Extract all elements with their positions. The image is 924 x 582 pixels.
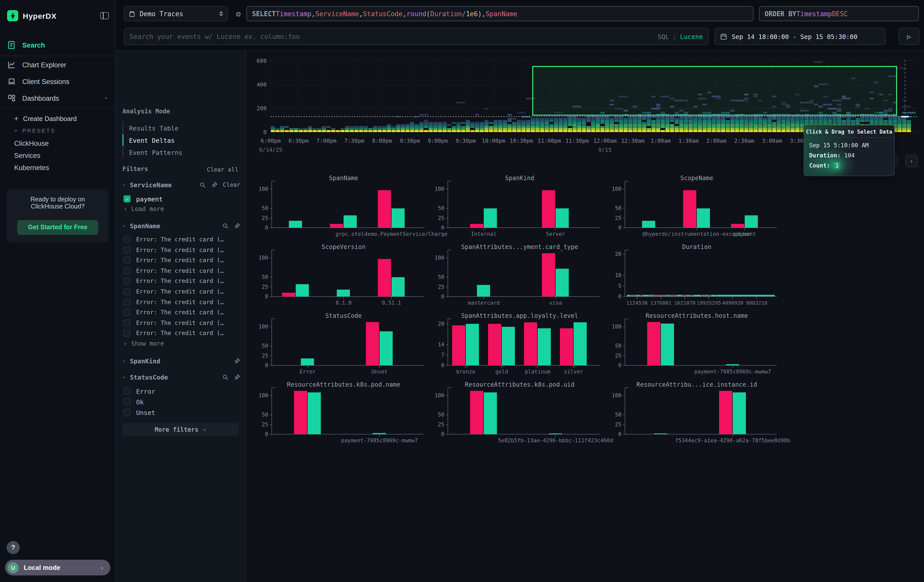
filter-option-row[interactable]: Error: The credit card (… <box>124 245 241 255</box>
bar-chart-scopename[interactable]: ScopeName02550100@hyperdx/instrumentatio… <box>607 175 789 241</box>
filter-option-row[interactable]: Error: The credit card (… <box>124 255 241 265</box>
filter-option-row[interactable]: Error: The credit card (… <box>124 328 241 338</box>
sql-toggle[interactable]: SQL <box>658 33 669 40</box>
filter-option-row[interactable]: Error: The credit card (… <box>124 287 241 297</box>
create-dashboard-button[interactable]: + Create Dashboard <box>14 114 77 122</box>
language-toggle: SQL | Lucene <box>658 33 703 40</box>
clear-filter-button[interactable]: Clear <box>223 181 240 188</box>
more-filters-button[interactable]: More filters › <box>122 423 239 436</box>
local-mode-menu[interactable]: U Local mode › <box>5 560 110 575</box>
clear-all-button[interactable]: Clear all <box>207 166 238 173</box>
checkbox-unchecked[interactable] <box>124 398 130 406</box>
checkbox-unchecked[interactable] <box>124 409 130 416</box>
sidebar-item-clickhouse[interactable]: ClickHouse <box>14 140 49 147</box>
sidebar-item-client-sessions[interactable]: Client Sessions <box>0 74 115 89</box>
checkbox-unchecked[interactable] <box>124 319 130 326</box>
bar-chart-resourceattributes-k8s-pod-name[interactable]: ResourceAttributes.k8s.pod.name02550100p… <box>254 382 436 447</box>
bar-chart-statuscode[interactable]: StatusCode02550100ErrorUnset <box>254 313 436 379</box>
checkbox-unchecked[interactable] <box>124 278 130 285</box>
search-input[interactable] <box>130 33 658 40</box>
sql-select-editor[interactable]: SELECT Timestamp, ServiceName, StatusCod… <box>246 6 754 21</box>
filter-option-row[interactable]: Error: The credit card (… <box>124 297 241 307</box>
mode-event-deltas[interactable]: Event Deltas <box>129 137 175 144</box>
run-query-button[interactable]: ▷ <box>899 28 919 45</box>
bar-chart-resourceattributes-k8s-pod-uid[interactable]: ResourceAttributes.k8s.pod.uid025501005e… <box>430 382 612 447</box>
heatmap-selection-box[interactable] <box>533 66 897 115</box>
filter-group-spanname[interactable]: › SpanName <box>122 221 240 230</box>
checkbox-unchecked[interactable] <box>124 267 130 274</box>
filter-option-row[interactable]: Error: The credit card (… <box>124 234 241 244</box>
checkbox-unchecked[interactable] <box>124 330 130 337</box>
checkbox-unchecked[interactable] <box>124 387 130 395</box>
filter-option-unset[interactable]: Unset <box>124 407 241 417</box>
lucene-toggle[interactable]: Lucene <box>680 33 703 40</box>
sidebar-item-chart-explorer[interactable]: Chart Explorer <box>0 57 115 73</box>
show-more-button[interactable]: › Show more <box>124 340 164 347</box>
bar-chart-spanattributes-yment-card-type[interactable]: SpanAttributes...yment.card_type02550100… <box>430 244 612 310</box>
search-icon[interactable] <box>222 223 229 229</box>
mode-results-table[interactable]: Results Table <box>129 125 179 132</box>
svg-text:600: 600 <box>257 58 267 64</box>
sidebar-item-kubernetes[interactable]: Kubernetes <box>14 164 49 171</box>
filter-option-row[interactable]: Error: The credit card (… <box>124 266 241 276</box>
pin-icon[interactable] <box>234 358 240 364</box>
lightning-bolt-icon <box>9 12 16 20</box>
checkbox-unchecked[interactable] <box>124 298 130 305</box>
pin-icon[interactable] <box>234 223 240 229</box>
gear-icon[interactable]: ⚙ <box>232 6 245 21</box>
filter-option-row[interactable]: Error: The credit card (… <box>124 318 241 328</box>
load-more-button[interactable]: › Load more <box>124 206 164 213</box>
sidebar-item-services[interactable]: Services <box>14 152 40 160</box>
chevron-up-icon: › <box>102 96 110 100</box>
sidebar-collapse-icon[interactable] <box>100 12 109 19</box>
filter-option-error[interactable]: Error <box>124 386 241 396</box>
checkbox-unchecked[interactable] <box>124 246 130 253</box>
bar-chart-spankind[interactable]: SpanKind02550100InternalServer <box>430 175 612 241</box>
get-started-button[interactable]: Get Started for Free <box>17 220 98 235</box>
search-icon[interactable] <box>222 374 229 380</box>
bar-chart-resourceattributes-host-name[interactable]: ResourceAttributes.host.name02550100paym… <box>607 313 789 379</box>
hyperdx-logo-icon[interactable] <box>7 10 18 21</box>
filter-option-ok[interactable]: Ok <box>124 397 241 407</box>
filter-option-payment[interactable]: ✓ payment <box>124 194 241 204</box>
search-icon[interactable] <box>200 181 206 188</box>
filter-option-label: Error: The credit card (… <box>136 309 224 316</box>
sidebar-item-dashboards[interactable]: Dashboards › <box>0 91 115 106</box>
mode-event-patterns[interactable]: Event Patterns <box>129 149 182 157</box>
svg-text:Error: Error <box>300 369 315 375</box>
order-by-editor[interactable]: ORDER BY Timestamp DESC <box>759 6 919 21</box>
filter-option-row[interactable]: Error: The credit card (… <box>124 307 241 317</box>
bar-chart-resourceattribu-ice-instance-id[interactable]: ResourceAttribu...ice.instance.id0255010… <box>607 382 789 447</box>
svg-text:10:00pm: 10:00pm <box>482 138 505 144</box>
filter-group-spankind[interactable]: › SpanKind <box>122 356 240 365</box>
bar-green <box>654 434 667 434</box>
checkbox-unchecked[interactable] <box>124 236 130 243</box>
help-button[interactable]: ? <box>7 541 20 554</box>
bar-chart-spanname[interactable]: SpanName02550100grpc.oteldemo.PaymentSer… <box>254 175 436 241</box>
filter-group-servicename[interactable]: › ServiceName Clear <box>122 180 240 189</box>
filter-option-row[interactable]: Error: The credit card (… <box>124 276 241 286</box>
bar-chart-duration[interactable]: Duration05102011245381376801162107019935… <box>607 244 789 310</box>
sql-token: , <box>312 10 315 18</box>
filter-option-label: Error: The credit card (… <box>136 246 224 253</box>
pin-icon[interactable] <box>234 374 240 380</box>
data-source-select[interactable]: Demo Traces <box>124 6 228 21</box>
bar-chart-spanattributes-app-loyalty-level[interactable]: SpanAttributes.app.loyalty.level071428br… <box>430 313 612 379</box>
presets-toggle[interactable]: › PRESETS <box>14 127 55 134</box>
checkbox-unchecked[interactable] <box>124 288 130 295</box>
time-range-picker[interactable]: Sep 14 18:00:00 - Sep 15 05:30:00 <box>714 28 886 45</box>
checkbox-checked[interactable]: ✓ <box>124 195 130 203</box>
sidebar-item-search[interactable]: Search <box>0 38 115 53</box>
chart-line-icon <box>7 60 16 69</box>
divider <box>0 107 115 108</box>
bar-chart-scopeversion[interactable]: ScopeVersion025501000.1.00.51.1 <box>254 244 436 310</box>
pin-icon[interactable] <box>211 181 218 188</box>
svg-text:gold: gold <box>495 369 508 375</box>
create-dashboard-label: Create Dashboard <box>23 115 77 122</box>
checkbox-unchecked[interactable] <box>124 309 130 316</box>
filter-group-statuscode[interactable]: › StatusCode <box>122 373 240 382</box>
load-more-label: Load more <box>131 206 164 213</box>
next-page-button[interactable]: › <box>905 155 917 167</box>
checkbox-unchecked[interactable] <box>124 257 130 264</box>
filter-group-icons: Clear <box>200 181 240 188</box>
